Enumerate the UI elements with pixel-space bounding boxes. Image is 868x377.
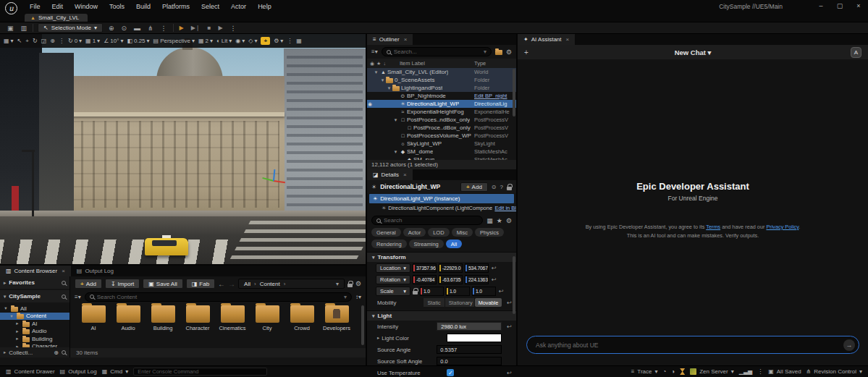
trace-dropdown[interactable]: ≡Trace▾ <box>631 368 658 375</box>
frame-skip-button[interactable]: ▶❘ <box>190 25 202 31</box>
chevron-down-icon[interactable]: ▾ <box>336 281 339 287</box>
filter-chip-actor[interactable]: Actor <box>403 228 426 237</box>
asset-folder-audio[interactable]: Audio <box>112 305 144 331</box>
console-command-input[interactable]: Enter Console Command <box>133 368 267 376</box>
insights-icon[interactable]: ◔ <box>662 368 666 375</box>
filter-chip-streaming[interactable]: Streaming <box>409 240 444 248</box>
view-mode-dropdown[interactable]: ◐Lit▾ <box>216 38 232 44</box>
breadcrumb-root[interactable]: All <box>244 281 250 287</box>
reset-icon[interactable]: ↩ <box>492 265 497 271</box>
close-button[interactable]: × <box>849 0 868 12</box>
location-x-input[interactable]: 37357.96 <box>413 263 437 273</box>
collections-row[interactable]: ▸ Collecti... ⊕ <box>0 347 69 357</box>
scale-lock-icon[interactable] <box>413 291 418 295</box>
expand-caret-icon[interactable]: ▸ <box>14 321 20 326</box>
outliner-search-input[interactable]: Search... ▾ <box>382 47 492 56</box>
collapse-caret-icon[interactable]: ▾ <box>9 313 14 319</box>
maximize-viewport-icon[interactable]: ▦ <box>296 38 302 44</box>
back-icon[interactable]: ← <box>218 280 225 288</box>
filter-chip-all[interactable]: All <box>446 240 462 248</box>
filter-chip-lod[interactable]: LOD <box>428 228 449 237</box>
menu-edit[interactable]: Edit <box>46 1 69 12</box>
snapshot-icon[interactable]: ◑ <box>671 368 675 375</box>
outliner-row[interactable]: ◉☀DirectionalLight_WPDirectionalLig <box>367 100 516 108</box>
send-button[interactable]: → <box>843 339 855 351</box>
tab-details[interactable]: ◪ Details × <box>367 169 413 180</box>
maximize-button[interactable]: ▢ <box>830 0 849 12</box>
help-icon[interactable]: ? <box>500 184 503 190</box>
cinematics-dropdown-icon[interactable]: ▬ <box>132 25 142 32</box>
save-level-icon[interactable]: ▣ <box>6 25 15 32</box>
tab-ai-assistant[interactable]: ✦ AI Assistant × <box>518 34 575 45</box>
details-settings-gear-icon[interactable]: ⚙ <box>506 217 512 224</box>
use-temperature-checkbox[interactable]: ✓ <box>447 369 454 376</box>
menu-file[interactable]: File <box>24 1 46 12</box>
settings-gear-icon[interactable]: ⚙ <box>355 280 361 287</box>
platforms-dropdown-icon[interactable]: ⋔ <box>146 25 155 32</box>
add-button[interactable]: +Add <box>75 279 102 289</box>
kebab-icon[interactable]: ⋮ <box>159 25 169 32</box>
new-folder-icon[interactable] <box>495 50 502 55</box>
rotation-y-input[interactable]: -63.6735 <box>439 275 463 284</box>
expand-caret-icon[interactable]: ▸ <box>14 329 20 334</box>
close-icon[interactable]: × <box>566 36 570 43</box>
favorite-column-star-icon[interactable]: ★ <box>376 61 381 67</box>
expand-caret-icon[interactable]: ▾ <box>386 85 392 91</box>
import-button[interactable]: ↧Import <box>105 279 140 289</box>
collapse-caret-icon[interactable]: ▾ <box>3 305 9 311</box>
minimize-button[interactable]: – <box>812 0 830 12</box>
select-tool-icon[interactable]: ↖ <box>17 38 22 44</box>
tree-item-audio[interactable]: ▸Audio <box>0 328 69 336</box>
scale-snap-toggle[interactable]: ◧ 0.25▾ <box>127 38 149 44</box>
light-color-swatch[interactable] <box>447 334 502 342</box>
close-icon[interactable]: × <box>403 171 407 178</box>
source-angle-input[interactable]: 0.5357 <box>437 345 502 354</box>
world-space-icon[interactable]: ⊕ <box>50 38 55 44</box>
menu-platforms[interactable]: Platforms <box>156 1 195 12</box>
blueprints-dropdown-icon[interactable]: ⊙ <box>119 25 128 32</box>
breadcrumb[interactable]: All › Content › ▾ <box>238 279 345 289</box>
reset-icon[interactable]: ↩ <box>492 276 497 283</box>
outliner-row[interactable]: ◆SM_sunStaticMeshAc <box>367 156 516 160</box>
details-search-input[interactable]: Search <box>371 216 483 225</box>
expand-caret-icon[interactable]: ▾ <box>392 149 399 155</box>
play-button[interactable]: ▶ <box>178 25 185 31</box>
outliner-row[interactable]: ☼SkyLight_WPSkyLight <box>367 140 516 148</box>
hourglass-icon[interactable] <box>680 368 685 375</box>
rotation-x-input[interactable]: -0.40784 <box>413 275 437 284</box>
output-log-button[interactable]: ▤Output Log <box>60 368 97 375</box>
rotate-tool-icon[interactable]: ↻ <box>33 38 38 44</box>
content-drawer-button[interactable]: ▥Content Drawer <box>6 368 55 375</box>
display-options-icon[interactable]: ▦ <box>486 217 493 224</box>
launch-button[interactable]: ▶ <box>216 25 224 31</box>
scale-x-input[interactable]: 1.0 <box>420 287 444 296</box>
sort-icon[interactable]: ↕▾ <box>355 294 361 300</box>
tab-content-browser[interactable]: ▥ Content Browser × <box>0 266 71 276</box>
viewport-options-icon[interactable]: ▦▾ <box>4 38 14 44</box>
chat-selector-dropdown[interactable]: New Chat ▾ <box>518 48 868 56</box>
outliner-row[interactable]: ▾◆SM_domeStaticMeshAc <box>367 148 516 156</box>
tab-outliner[interactable]: ≡ Outliner × <box>367 34 413 45</box>
search-icon[interactable] <box>62 281 66 285</box>
source-control-saved-button[interactable]: ▣All Saved <box>768 368 801 375</box>
outliner-row[interactable]: ▾0_SceneAssetsFolder <box>367 76 516 84</box>
expand-caret-icon[interactable]: ▾ <box>373 69 379 75</box>
terms-link[interactable]: Terms <box>706 224 720 230</box>
expand-caret-icon[interactable]: ▸ <box>14 336 20 342</box>
blueprint-icon[interactable]: ⊙ <box>492 184 497 190</box>
add-actor-dropdown-icon[interactable]: ⊕ <box>107 25 116 32</box>
grid-snap-toggle[interactable]: ▦1▾ <box>85 38 100 44</box>
menu-build[interactable]: Build <box>130 1 156 12</box>
screen-percentage-dropdown[interactable]: ▦2▾ <box>198 38 213 44</box>
visibility-eye-icon[interactable]: ◉ <box>368 101 372 107</box>
menu-window[interactable]: Window <box>69 1 104 12</box>
outliner-row[interactable]: □PostProcessVolume_WPPostProcessV <box>367 132 516 140</box>
instance-row[interactable]: ☀ DirectionalLight_WP (Instance) <box>369 194 514 203</box>
item-label-column-header[interactable]: Item Label <box>400 60 425 67</box>
menu-actor[interactable]: Actor <box>225 1 252 12</box>
expand-caret-icon[interactable]: ▸ <box>4 280 6 286</box>
kebab-icon[interactable]: ⋮ <box>287 38 292 44</box>
asset-folder-building[interactable]: Building <box>147 305 179 331</box>
details-scrollbar[interactable] <box>513 256 515 314</box>
outliner-row[interactable]: ▾▲Small_City_LVL (Editor)World <box>367 68 516 76</box>
